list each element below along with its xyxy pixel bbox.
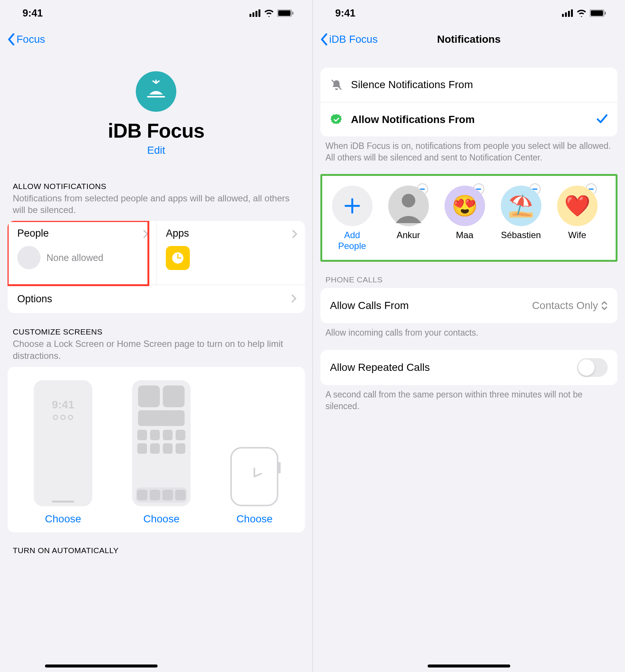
svg-rect-14: [605, 12, 606, 15]
watch-column: Choose: [230, 380, 278, 525]
chevron-left-icon: [320, 33, 328, 45]
toggle-knob: [578, 359, 595, 376]
person-name: Sébastien: [501, 230, 541, 240]
person-name: Ankur: [397, 230, 420, 240]
lockscreen-preview[interactable]: 9:41: [34, 380, 92, 506]
allow-notifications-header: ALLOW NOTIFICATIONS Notifications from s…: [0, 182, 312, 216]
notifications-card: People None allowed Apps: [8, 221, 305, 313]
chevron-right-icon: [291, 294, 297, 304]
avatar: [388, 186, 429, 226]
apps-sub: [166, 246, 296, 270]
focus-header: iDB Focus Edit: [0, 52, 312, 168]
svg-point-16: [402, 194, 415, 207]
phone-calls-header: PHONE CALLS: [313, 275, 625, 284]
back-button[interactable]: iDB Focus: [320, 33, 378, 45]
repeated-label: Allow Repeated Calls: [330, 362, 430, 374]
back-label: Focus: [17, 33, 45, 45]
svg-rect-9: [565, 12, 567, 17]
choose-homescreen-button[interactable]: Choose: [143, 513, 180, 525]
options-row[interactable]: Options: [8, 285, 305, 313]
person-sébastien[interactable]: −⛱️Sébastien: [499, 186, 544, 252]
svg-rect-2: [255, 11, 257, 17]
svg-rect-13: [591, 10, 603, 16]
person-name: Maa: [456, 230, 473, 240]
people-label: People: [17, 228, 148, 239]
status-time: 9:41: [23, 8, 43, 19]
allow-notifications-row[interactable]: Allow Notifications From: [320, 102, 618, 136]
lock-time: 9:41: [34, 380, 92, 411]
person-maa[interactable]: −😍Maa: [442, 186, 487, 252]
bell-slash-icon: [330, 79, 343, 91]
svg-rect-8: [562, 14, 564, 17]
avatar: ❤️: [557, 186, 598, 226]
back-label: iDB Focus: [329, 33, 378, 45]
nav-bar: iDB Focus Notifications: [313, 26, 625, 52]
cellular-icon: [562, 9, 573, 17]
section-title: ALLOW NOTIFICATIONS: [13, 182, 300, 191]
checkmark-seal-icon: [330, 114, 343, 126]
watch-preview[interactable]: [230, 447, 278, 506]
repeated-calls-row: Allow Repeated Calls: [320, 350, 618, 385]
allow-desc: When iDB Focus is on, notifications from…: [313, 136, 625, 164]
status-icons: [249, 9, 294, 17]
choose-watch-button[interactable]: Choose: [236, 513, 273, 525]
repeated-desc: A second call from the same person withi…: [313, 385, 625, 412]
edit-button[interactable]: Edit: [147, 144, 165, 156]
lock-indicator: [52, 501, 74, 502]
customize-header: CUSTOMIZE SCREENS Choose a Lock Screen o…: [0, 327, 312, 361]
avatar: 😍: [445, 186, 485, 226]
allow-label: Allow Notifications From: [351, 114, 589, 126]
status-bar: 9:41: [0, 0, 312, 26]
svg-rect-1: [252, 12, 254, 17]
people-cell[interactable]: People None allowed: [8, 221, 156, 285]
people-sub: None allowed: [17, 246, 148, 269]
empty-avatar-icon: [17, 246, 41, 269]
add-people-label: Add People: [330, 230, 375, 252]
section-title: CUSTOMIZE SCREENS: [13, 327, 300, 336]
wifi-icon: [576, 9, 587, 17]
lockscreen-column: 9:41 Choose: [34, 380, 92, 525]
watch-hands-icon: [243, 465, 266, 488]
status-bar: 9:41: [313, 0, 625, 26]
battery-icon: [277, 9, 294, 17]
avatar: ⛱️: [501, 186, 541, 226]
person-ankur[interactable]: −Ankur: [386, 186, 431, 252]
clock-app-icon: [166, 246, 190, 270]
left-screen: 9:41 Focus iDB Focus Edit ALLOW NOTIFICA…: [0, 0, 312, 672]
nav-bar: Focus: [0, 26, 312, 52]
person-name: Wife: [568, 230, 586, 240]
notification-mode-card: Silence Notifications From Allow Notific…: [320, 68, 618, 136]
allow-calls-card: Allow Calls From Contacts Only: [320, 288, 618, 323]
chevron-right-icon: [292, 230, 297, 240]
person-wife[interactable]: −❤️Wife: [555, 186, 600, 252]
choose-lockscreen-button[interactable]: Choose: [45, 513, 81, 525]
svg-rect-6: [292, 12, 293, 15]
status-time: 9:41: [335, 8, 356, 19]
repeated-calls-toggle[interactable]: [577, 358, 608, 377]
back-button[interactable]: Focus: [8, 33, 45, 45]
repeated-calls-card: Allow Repeated Calls: [320, 350, 618, 385]
wifi-icon: [264, 9, 274, 17]
people-apps-row: People None allowed Apps: [8, 221, 305, 285]
allow-calls-row[interactable]: Allow Calls From Contacts Only: [320, 288, 618, 323]
home-indicator: [45, 664, 158, 668]
add-people-button[interactable]: Add People: [330, 186, 375, 252]
svg-rect-11: [571, 9, 573, 17]
status-icons: [562, 9, 606, 17]
silence-notifications-row[interactable]: Silence Notifications From: [320, 68, 618, 102]
svg-rect-5: [278, 10, 290, 16]
homescreen-column: Choose: [132, 380, 191, 525]
apps-cell[interactable]: Apps: [156, 221, 305, 285]
page-title: iDB Focus: [108, 119, 204, 142]
customize-screens-card: 9:41 Choose Choose Choose: [8, 367, 305, 532]
allow-calls-desc: Allow incoming calls from your contacts.: [313, 323, 625, 339]
homescreen-preview[interactable]: [132, 380, 191, 506]
allow-calls-label: Allow Calls From: [330, 300, 409, 312]
battery-icon: [590, 9, 606, 17]
svg-rect-0: [249, 14, 251, 17]
turn-on-header: TURN ON AUTOMATICALLY: [0, 546, 312, 555]
options-label: Options: [17, 293, 52, 305]
section-desc: Notifications from selected people and a…: [13, 192, 300, 216]
home-indicator: [428, 664, 510, 668]
chevron-left-icon: [8, 33, 15, 45]
